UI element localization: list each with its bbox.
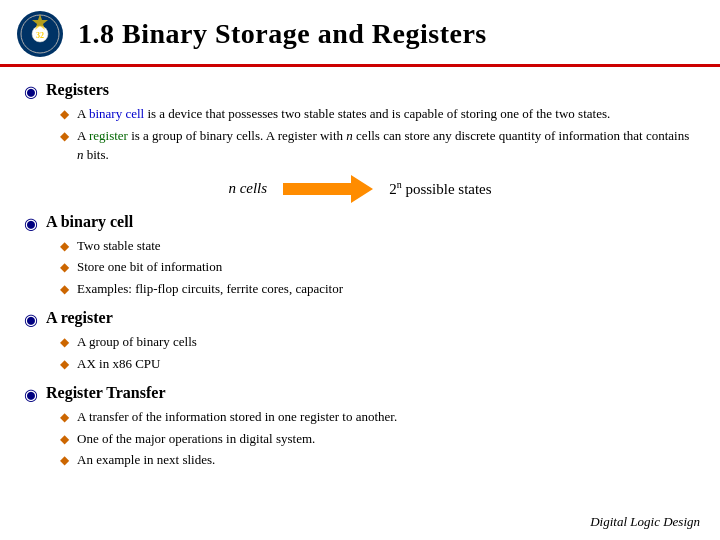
binary-cell-sub-items: ◆ Two stable state ◆ Store one bit of in… (60, 237, 696, 300)
list-item: ◆ A binary cell is a device that possess… (60, 105, 696, 124)
list-item: ◆ A group of binary cells (60, 333, 696, 352)
diamond-bullet-10: ◆ (60, 453, 69, 468)
binary-cell-bullet: ◉ (24, 214, 38, 233)
list-item: ◆ Examples: flip-flop circuits, ferrite … (60, 280, 696, 299)
list-item: ◆ A register is a group of binary cells.… (60, 127, 696, 165)
register-transfer-bullet: ◉ (24, 385, 38, 404)
possible-states-label: 2n possible states (389, 179, 492, 198)
register-description: A register is a group of binary cells. A… (77, 127, 696, 165)
diamond-bullet-8: ◆ (60, 410, 69, 425)
ncells-row: n cells 2n possible states (24, 175, 696, 203)
a-register-title: A register (46, 309, 113, 327)
transfer-desc-1: A transfer of the information stored in … (77, 408, 397, 427)
list-item: ◆ An example in next slides. (60, 451, 696, 470)
diamond-bullet-2: ◆ (60, 129, 69, 144)
a-register-section: ◉ A register ◆ A group of binary cells ◆… (24, 309, 696, 374)
two-stable-state: Two stable state (77, 237, 161, 256)
a-register-bullet: ◉ (24, 310, 38, 329)
registers-bullet: ◉ (24, 82, 38, 101)
ncells-label: n cells (228, 180, 267, 197)
footer: Digital Logic Design (590, 514, 700, 530)
register-transfer-title: Register Transfer (46, 384, 166, 402)
svg-text:32: 32 (36, 31, 44, 40)
binary-cell-section: ◉ A binary cell ◆ Two stable state ◆ Sto… (24, 213, 696, 300)
diamond-bullet-5: ◆ (60, 282, 69, 297)
diamond-bullet-3: ◆ (60, 239, 69, 254)
register-transfer-section: ◉ Register Transfer ◆ A transfer of the … (24, 384, 696, 471)
registers-sub-items: ◆ A binary cell is a device that possess… (60, 105, 696, 165)
list-item: ◆ A transfer of the information stored i… (60, 408, 696, 427)
page-title: 1.8 Binary Storage and Registers (78, 18, 487, 50)
a-register-sub-items: ◆ A group of binary cells ◆ AX in x86 CP… (60, 333, 696, 374)
binary-cell-title: A binary cell (46, 213, 133, 231)
diamond-bullet-6: ◆ (60, 335, 69, 350)
page-header: 32 1.8 Binary Storage and Registers (0, 0, 720, 67)
university-logo: 32 (16, 10, 64, 58)
diamond-bullet-4: ◆ (60, 260, 69, 275)
registers-section: ◉ Registers ◆ A binary cell is a device … (24, 81, 696, 165)
arrow-diagram (283, 175, 373, 203)
registers-title: Registers (46, 81, 109, 99)
examples-text: Examples: flip-flop circuits, ferrite co… (77, 280, 343, 299)
list-item: ◆ AX in x86 CPU (60, 355, 696, 374)
list-item: ◆ Store one bit of information (60, 258, 696, 277)
register-link: register (89, 128, 128, 143)
ax-x86: AX in x86 CPU (77, 355, 160, 374)
binary-cell-link: binary cell (89, 106, 144, 121)
diamond-bullet-9: ◆ (60, 432, 69, 447)
footer-text: Digital Logic Design (590, 514, 700, 529)
svg-marker-5 (283, 175, 373, 203)
diamond-bullet-7: ◆ (60, 357, 69, 372)
diamond-bullet-1: ◆ (60, 107, 69, 122)
exponent-n: n (397, 179, 402, 190)
store-one-bit: Store one bit of information (77, 258, 222, 277)
main-content: ◉ Registers ◆ A binary cell is a device … (0, 67, 720, 490)
register-transfer-sub-items: ◆ A transfer of the information stored i… (60, 408, 696, 471)
list-item: ◆ Two stable state (60, 237, 696, 256)
group-binary-cells: A group of binary cells (77, 333, 197, 352)
transfer-desc-2: One of the major operations in digital s… (77, 430, 315, 449)
list-item: ◆ One of the major operations in digital… (60, 430, 696, 449)
binary-cell-description: A binary cell is a device that possesses… (77, 105, 610, 124)
transfer-desc-3: An example in next slides. (77, 451, 215, 470)
